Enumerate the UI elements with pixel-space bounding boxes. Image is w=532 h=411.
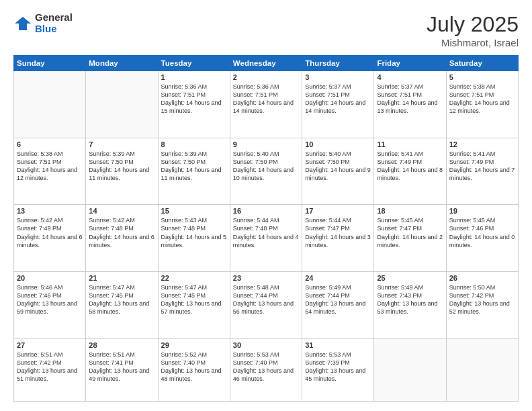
- table-row: 10Sunrise: 5:40 AM Sunset: 7:50 PM Dayli…: [302, 138, 374, 205]
- table-row: 22Sunrise: 5:47 AM Sunset: 7:45 PM Dayli…: [158, 271, 230, 338]
- day-number: 24: [305, 274, 371, 282]
- day-info: Sunrise: 5:40 AM Sunset: 7:50 PM Dayligh…: [233, 150, 299, 183]
- day-number: 15: [161, 207, 227, 215]
- day-number: 25: [377, 274, 443, 282]
- day-info: Sunrise: 5:53 AM Sunset: 7:40 PM Dayligh…: [233, 351, 299, 383]
- day-number: 1: [161, 73, 227, 81]
- day-number: 30: [233, 341, 299, 349]
- table-row: [446, 338, 518, 401]
- table-row: 2Sunrise: 5:36 AM Sunset: 7:51 PM Daylig…: [230, 71, 302, 138]
- logo: General Blue: [13, 12, 73, 34]
- table-row: 29Sunrise: 5:52 AM Sunset: 7:40 PM Dayli…: [158, 338, 230, 401]
- table-row: 25Sunrise: 5:49 AM Sunset: 7:43 PM Dayli…: [374, 271, 446, 338]
- day-number: 27: [17, 341, 83, 349]
- table-row: 4Sunrise: 5:37 AM Sunset: 7:51 PM Daylig…: [374, 71, 446, 138]
- day-number: 11: [377, 140, 443, 148]
- day-info: Sunrise: 5:37 AM Sunset: 7:51 PM Dayligh…: [305, 83, 371, 116]
- day-number: 2: [233, 73, 299, 81]
- day-number: 5: [449, 73, 515, 81]
- table-row: 5Sunrise: 5:38 AM Sunset: 7:51 PM Daylig…: [446, 71, 518, 138]
- table-row: [374, 338, 446, 401]
- day-number: 8: [161, 140, 227, 148]
- day-number: 4: [377, 73, 443, 81]
- table-row: 3Sunrise: 5:37 AM Sunset: 7:51 PM Daylig…: [302, 71, 374, 138]
- day-info: Sunrise: 5:51 AM Sunset: 7:42 PM Dayligh…: [17, 351, 83, 383]
- table-row: 12Sunrise: 5:41 AM Sunset: 7:49 PM Dayli…: [446, 138, 518, 205]
- table-row: 19Sunrise: 5:45 AM Sunset: 7:46 PM Dayli…: [446, 205, 518, 272]
- logo-general-text: General: [35, 12, 73, 24]
- day-number: 20: [17, 274, 83, 282]
- table-row: 17Sunrise: 5:44 AM Sunset: 7:47 PM Dayli…: [302, 205, 374, 272]
- table-row: [86, 71, 158, 138]
- header: General Blue July 2025 Mishmarot, Israel: [13, 12, 519, 48]
- day-number: 19: [449, 207, 515, 215]
- weekday-thursday: Thursday: [302, 56, 374, 71]
- day-info: Sunrise: 5:42 AM Sunset: 7:48 PM Dayligh…: [89, 216, 154, 249]
- day-number: 7: [89, 140, 154, 148]
- day-info: Sunrise: 5:50 AM Sunset: 7:42 PM Dayligh…: [449, 283, 515, 316]
- day-info: Sunrise: 5:49 AM Sunset: 7:44 PM Dayligh…: [305, 283, 371, 316]
- logo-blue-text: Blue: [35, 24, 73, 35]
- day-number: 9: [233, 140, 299, 148]
- day-info: Sunrise: 5:48 AM Sunset: 7:44 PM Dayligh…: [233, 283, 299, 316]
- day-info: Sunrise: 5:41 AM Sunset: 7:49 PM Dayligh…: [377, 150, 443, 183]
- table-row: 11Sunrise: 5:41 AM Sunset: 7:49 PM Dayli…: [374, 138, 446, 205]
- title-block: July 2025 Mishmarot, Israel: [427, 12, 519, 48]
- day-number: 23: [233, 274, 299, 282]
- day-info: Sunrise: 5:45 AM Sunset: 7:46 PM Dayligh…: [449, 216, 515, 249]
- day-info: Sunrise: 5:39 AM Sunset: 7:50 PM Dayligh…: [161, 150, 227, 183]
- day-number: 16: [233, 207, 299, 215]
- calendar-row: 1Sunrise: 5:36 AM Sunset: 7:51 PM Daylig…: [14, 71, 519, 138]
- calendar-header-row: Sunday Monday Tuesday Wednesday Thursday…: [14, 56, 519, 71]
- day-info: Sunrise: 5:36 AM Sunset: 7:51 PM Dayligh…: [161, 83, 227, 116]
- weekday-saturday: Saturday: [446, 56, 518, 71]
- table-row: 31Sunrise: 5:53 AM Sunset: 7:39 PM Dayli…: [302, 338, 374, 401]
- table-row: 7Sunrise: 5:39 AM Sunset: 7:50 PM Daylig…: [86, 138, 158, 205]
- day-number: 12: [449, 140, 515, 148]
- day-info: Sunrise: 5:53 AM Sunset: 7:39 PM Dayligh…: [305, 351, 371, 383]
- day-info: Sunrise: 5:41 AM Sunset: 7:49 PM Dayligh…: [449, 150, 515, 183]
- day-number: 28: [89, 341, 154, 349]
- table-row: 18Sunrise: 5:45 AM Sunset: 7:47 PM Dayli…: [374, 205, 446, 272]
- table-row: [14, 71, 86, 138]
- calendar-row: 13Sunrise: 5:42 AM Sunset: 7:49 PM Dayli…: [14, 205, 519, 272]
- day-number: 31: [305, 341, 371, 349]
- calendar-table: Sunday Monday Tuesday Wednesday Thursday…: [13, 55, 519, 402]
- table-row: 13Sunrise: 5:42 AM Sunset: 7:49 PM Dayli…: [14, 205, 86, 272]
- day-info: Sunrise: 5:42 AM Sunset: 7:49 PM Dayligh…: [17, 216, 83, 249]
- table-row: 30Sunrise: 5:53 AM Sunset: 7:40 PM Dayli…: [230, 338, 302, 401]
- calendar-row: 6Sunrise: 5:38 AM Sunset: 7:51 PM Daylig…: [14, 138, 519, 205]
- table-row: 8Sunrise: 5:39 AM Sunset: 7:50 PM Daylig…: [158, 138, 230, 205]
- day-info: Sunrise: 5:47 AM Sunset: 7:45 PM Dayligh…: [89, 283, 154, 316]
- table-row: 20Sunrise: 5:46 AM Sunset: 7:46 PM Dayli…: [14, 271, 86, 338]
- day-number: 22: [161, 274, 227, 282]
- day-info: Sunrise: 5:40 AM Sunset: 7:50 PM Dayligh…: [305, 150, 371, 183]
- day-info: Sunrise: 5:37 AM Sunset: 7:51 PM Dayligh…: [377, 83, 443, 116]
- table-row: 15Sunrise: 5:43 AM Sunset: 7:48 PM Dayli…: [158, 205, 230, 272]
- logo-icon: [13, 14, 32, 33]
- day-number: 10: [305, 140, 371, 148]
- day-info: Sunrise: 5:47 AM Sunset: 7:45 PM Dayligh…: [161, 283, 227, 316]
- day-number: 14: [89, 207, 154, 215]
- weekday-sunday: Sunday: [14, 56, 86, 71]
- day-number: 21: [89, 274, 154, 282]
- day-info: Sunrise: 5:43 AM Sunset: 7:48 PM Dayligh…: [161, 216, 227, 249]
- table-row: 14Sunrise: 5:42 AM Sunset: 7:48 PM Dayli…: [86, 205, 158, 272]
- weekday-tuesday: Tuesday: [158, 56, 230, 71]
- table-row: 16Sunrise: 5:44 AM Sunset: 7:48 PM Dayli…: [230, 205, 302, 272]
- calendar-row: 20Sunrise: 5:46 AM Sunset: 7:46 PM Dayli…: [14, 271, 519, 338]
- table-row: 9Sunrise: 5:40 AM Sunset: 7:50 PM Daylig…: [230, 138, 302, 205]
- table-row: 26Sunrise: 5:50 AM Sunset: 7:42 PM Dayli…: [446, 271, 518, 338]
- day-number: 29: [161, 341, 227, 349]
- day-number: 26: [449, 274, 515, 282]
- table-row: 24Sunrise: 5:49 AM Sunset: 7:44 PM Dayli…: [302, 271, 374, 338]
- svg-marker-0: [15, 17, 31, 30]
- table-row: 23Sunrise: 5:48 AM Sunset: 7:44 PM Dayli…: [230, 271, 302, 338]
- day-info: Sunrise: 5:44 AM Sunset: 7:48 PM Dayligh…: [233, 216, 299, 249]
- day-info: Sunrise: 5:46 AM Sunset: 7:46 PM Dayligh…: [17, 283, 83, 316]
- day-info: Sunrise: 5:51 AM Sunset: 7:41 PM Dayligh…: [89, 351, 154, 383]
- table-row: 27Sunrise: 5:51 AM Sunset: 7:42 PM Dayli…: [14, 338, 86, 401]
- day-info: Sunrise: 5:45 AM Sunset: 7:47 PM Dayligh…: [377, 216, 443, 249]
- day-info: Sunrise: 5:36 AM Sunset: 7:51 PM Dayligh…: [233, 83, 299, 116]
- day-info: Sunrise: 5:38 AM Sunset: 7:51 PM Dayligh…: [17, 150, 83, 183]
